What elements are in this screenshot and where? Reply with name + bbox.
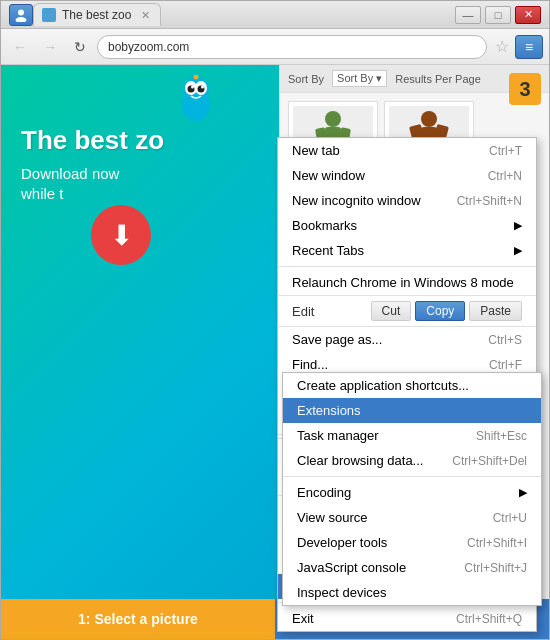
svg-point-8 [191,86,194,89]
title-bar: The best zoo ✕ — □ ✕ [1,1,549,29]
submenu-label: Extensions [297,403,361,418]
submenu-item-clear-browsing[interactable]: Clear browsing data... Ctrl+Shift+Del [283,448,541,473]
step1-instruction: 1: Select a picture [1,599,275,639]
user-icon-button[interactable] [9,4,33,26]
menu-label: Bookmarks [292,218,357,233]
sub-text2: while t [21,185,64,202]
sort-label: Sort By [288,73,324,85]
arrow-icon: ▶ [519,486,527,499]
menu-separator [278,266,536,267]
nav-bar: ← → ↻ bobyzoom.com ☆ ≡ [1,29,549,65]
svg-point-1 [16,17,27,22]
menu-item-recent-tabs[interactable]: Recent Tabs ▶ [278,238,536,263]
edit-label: Edit [292,304,367,319]
svg-point-12 [325,111,341,127]
submenu-label: Create application shortcuts... [297,378,469,393]
mascot-svg [171,75,221,125]
edit-row: Edit Cut Copy Paste [278,295,536,327]
submenu-shortcut: Shift+Esc [476,429,527,443]
submenu-item-encoding[interactable]: Encoding ▶ [283,480,541,505]
menu-item-incognito[interactable]: New incognito window Ctrl+Shift+N [278,188,536,213]
content-area: The best zo Download now while t ⬇ Sort … [1,65,549,639]
address-bar[interactable]: bobyzoom.com [97,35,487,59]
menu-label: Save page as... [292,332,382,347]
submenu-label: Task manager [297,428,379,443]
address-text: bobyzoom.com [108,40,189,54]
arrow-icon: ▶ [514,219,522,232]
submenu-item-js-console[interactable]: JavaScript console Ctrl+Shift+J [283,555,541,580]
results-label: Results Per Page [395,73,481,85]
tab-close-button[interactable]: ✕ [141,9,150,22]
browser-window: The best zoo ✕ — □ ✕ ← → ↻ bobyzoom.com … [0,0,550,640]
svg-point-9 [201,86,204,89]
mascot [171,75,221,125]
tab-title: The best zoo [62,8,131,22]
submenu-item-dev-tools[interactable]: Developer tools Ctrl+Shift+I [283,530,541,555]
more-tools-submenu: Create application shortcuts... Extensio… [282,372,542,606]
sub-text: Download now [21,165,119,182]
svg-point-18 [421,111,437,127]
minimize-button[interactable]: — [455,6,481,24]
bookmark-icon[interactable]: ☆ [495,37,509,56]
menu-item-exit[interactable]: Exit Ctrl+Shift+Q [278,606,536,631]
menu-shortcut: Ctrl+Shift+Q [456,612,522,626]
maximize-button[interactable]: □ [485,6,511,24]
menu-shortcut: Ctrl+T [489,144,522,158]
menu-label: New tab [292,143,340,158]
window-controls: — □ ✕ [455,6,541,24]
menu-label: Find... [292,357,328,372]
menu-item-new-window[interactable]: New window Ctrl+N [278,163,536,188]
tab-favicon [42,8,56,22]
submenu-label: JavaScript console [297,560,406,575]
submenu-shortcut: Ctrl+Shift+J [464,561,527,575]
sort-select[interactable]: Sort By ▾ [332,70,387,87]
menu-item-relaunch-chrome[interactable]: Relaunch Chrome in Windows 8 mode [278,270,536,295]
menu-shortcut: Ctrl+S [488,333,522,347]
svg-point-0 [18,9,24,15]
download-icon: ⬇ [110,219,133,252]
submenu-label: View source [297,510,368,525]
cut-button[interactable]: Cut [371,301,412,321]
submenu-label: Developer tools [297,535,387,550]
submenu-label: Encoding [297,485,351,500]
arrow-icon: ▶ [514,244,522,257]
submenu-item-inspect-devices[interactable]: Inspect devices [283,580,541,605]
menu-label: New window [292,168,365,183]
menu-shortcut: Ctrl+Shift+N [457,194,522,208]
submenu-item-create-shortcuts[interactable]: Create application shortcuts... [283,373,541,398]
submenu-label: Clear browsing data... [297,453,423,468]
title-left [9,4,33,26]
submenu-label: Inspect devices [297,585,387,600]
close-button[interactable]: ✕ [515,6,541,24]
submenu-shortcut: Ctrl+U [493,511,527,525]
menu-item-bookmarks[interactable]: Bookmarks ▶ [278,213,536,238]
submenu-separator [283,476,541,477]
menu-shortcut: Ctrl+F [489,358,522,372]
paste-button[interactable]: Paste [469,301,522,321]
submenu-item-view-source[interactable]: View source Ctrl+U [283,505,541,530]
forward-button[interactable]: → [37,34,63,60]
tab-area: The best zoo ✕ [33,3,455,26]
refresh-button[interactable]: ↻ [67,34,93,60]
menu-item-save-page[interactable]: Save page as... Ctrl+S [278,327,536,352]
menu-label: New incognito window [292,193,421,208]
submenu-shortcut: Ctrl+Shift+Del [452,454,527,468]
step3-badge: 3 [509,73,541,105]
submenu-shortcut: Ctrl+Shift+I [467,536,527,550]
copy-button[interactable]: Copy [415,301,465,321]
submenu-item-task-manager[interactable]: Task manager Shift+Esc [283,423,541,448]
menu-icon: ≡ [525,39,533,55]
chrome-menu-button[interactable]: ≡ [515,35,543,59]
browser-tab[interactable]: The best zoo ✕ [33,3,161,26]
menu-label: Relaunch Chrome in Windows 8 mode [292,275,514,290]
download-button[interactable]: ⬇ [91,205,151,265]
menu-label: Recent Tabs [292,243,364,258]
menu-label: Exit [292,611,314,626]
back-button[interactable]: ← [7,34,33,60]
submenu-item-extensions[interactable]: Extensions [283,398,541,423]
menu-shortcut: Ctrl+N [488,169,522,183]
menu-item-new-tab[interactable]: New tab Ctrl+T [278,138,536,163]
hero-text: The best zo [21,125,164,156]
